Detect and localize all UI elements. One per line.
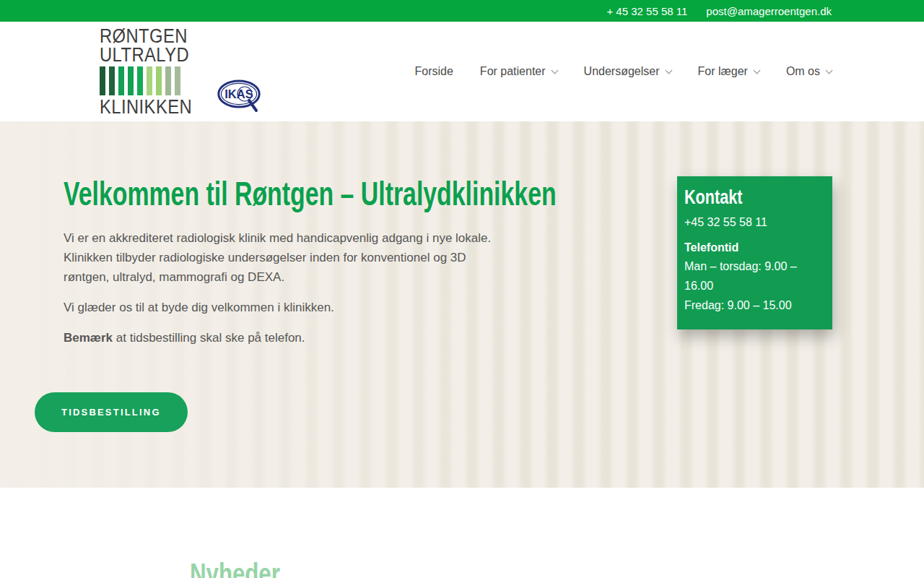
nav-item-for-patienter[interactable]: For patienter xyxy=(480,65,557,78)
nav-label: Om os xyxy=(786,65,820,78)
nav-label: For læger xyxy=(698,65,748,78)
clinic-logo[interactable]: RØNTGEN ULTRALYD KLINIKKEN IKAS xyxy=(100,27,262,116)
logo-bars xyxy=(100,66,180,95)
news-title: Nyheder xyxy=(190,488,762,578)
svg-text:IKAS: IKAS xyxy=(225,87,253,100)
nav-item-undersoegelser[interactable]: Undersøgelser xyxy=(584,65,671,78)
topbar-phone-link[interactable]: + 45 32 55 58 11 xyxy=(606,5,687,17)
chevron-down-icon xyxy=(551,66,558,74)
hero-note: Bemærk at tidsbestilling skal ske på tel… xyxy=(64,328,511,348)
contact-box: Kontakt +45 32 55 58 11 Telefontid Man –… xyxy=(677,176,832,329)
nav-label: Undersøgelser xyxy=(584,65,660,78)
nav-label: For patienter xyxy=(480,65,546,78)
chevron-down-icon xyxy=(665,66,672,74)
contact-hours-title: Telefontid xyxy=(684,241,825,254)
topbar-email-link[interactable]: post@amagerroentgen.dk xyxy=(706,5,832,17)
hero-copy: Vi er en akkrediteret radiologisk klinik… xyxy=(64,228,511,358)
contact-hours-friday: Fredag: 9.00 – 15.00 xyxy=(684,296,825,315)
logo-line-2: ULTRALYD xyxy=(100,46,192,64)
hero-note-rest: at tidsbestilling skal ske på telefon. xyxy=(113,331,305,345)
nav-item-om-os[interactable]: Om os xyxy=(786,65,832,78)
page-title: Velkommen til Røntgen – Ultralydklinikke… xyxy=(64,173,557,213)
contact-box-phone: +45 32 55 58 11 xyxy=(684,216,825,229)
logo-line-1: RØNTGEN xyxy=(100,27,192,46)
hero-paragraph-1: Vi er en akkrediteret radiologisk klinik… xyxy=(64,228,511,287)
contact-box-title: Kontakt xyxy=(684,186,797,209)
main-navigation: Forside For patienter Undersøgelser For … xyxy=(415,65,832,78)
nav-item-forside[interactable]: Forside xyxy=(415,65,453,78)
ikas-accreditation-badge-icon: IKAS xyxy=(217,79,262,115)
nav-label: Forside xyxy=(415,65,453,78)
top-contact-bar: + 45 32 55 58 11 post@amagerroentgen.dk xyxy=(0,0,924,22)
site-header: RØNTGEN ULTRALYD KLINIKKEN IKAS Forside … xyxy=(0,22,924,121)
news-section: Nyheder xyxy=(0,488,924,578)
tidsbestilling-button[interactable]: TIDSBESTILLING xyxy=(35,392,188,432)
logo-text-block: RØNTGEN ULTRALYD KLINIKKEN xyxy=(100,27,205,116)
hero-section: Velkommen til Røntgen – Ultralydklinikke… xyxy=(0,121,924,488)
hero-note-bold: Bemærk xyxy=(64,331,113,345)
nav-item-for-laeger[interactable]: For læger xyxy=(698,65,759,78)
chevron-down-icon xyxy=(826,66,833,74)
logo-line-3: KLINIKKEN xyxy=(100,98,192,116)
chevron-down-icon xyxy=(753,66,760,74)
hero-paragraph-2: Vi glæder os til at byde dig velkommen i… xyxy=(64,298,511,317)
contact-hours-weekdays: Man – torsdag: 9.00 – 16.00 xyxy=(684,256,825,296)
